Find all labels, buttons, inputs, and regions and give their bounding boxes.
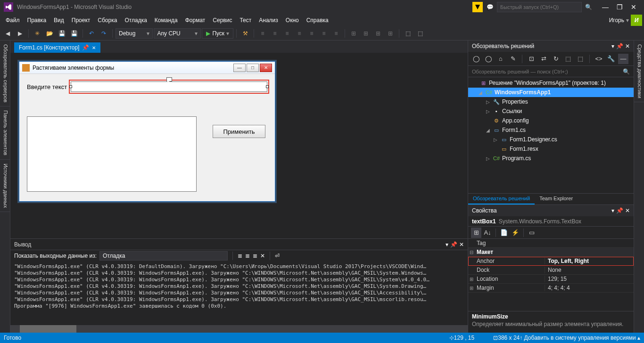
menu-debug[interactable]: Отладка <box>121 15 150 25</box>
dropdown-icon[interactable]: ▾ <box>611 207 614 214</box>
maximize-button[interactable]: ❐ <box>613 2 626 12</box>
user-name[interactable]: Игорь <box>609 17 624 24</box>
properties-grid[interactable]: Tag ⊟Макет AnchorTop, Left, Right DockNo… <box>468 239 634 311</box>
menu-team[interactable]: Команда <box>151 15 182 25</box>
dropdown-icon[interactable]: ▾ <box>446 241 448 248</box>
menu-format[interactable]: Формат <box>182 15 209 25</box>
platform-combo[interactable]: Any CPU▾ <box>154 28 201 39</box>
tree-solution[interactable]: ⊞Решение "WindowsFormsApp1" (проектов: 1… <box>468 78 634 88</box>
search-icon[interactable]: 🔍 <box>623 68 630 75</box>
tree-form1[interactable]: ◢▭Form1.cs <box>468 125 634 135</box>
toggle-icon[interactable]: ≣ <box>245 253 250 259</box>
home-icon[interactable]: ⌂ <box>495 54 506 64</box>
save-icon[interactable]: 💾 <box>56 28 67 39</box>
alpha-icon[interactable]: A↓ <box>482 228 493 238</box>
tab-form1-designer[interactable]: Form1.cs [Конструктор] 📌 ✕ <box>14 42 100 53</box>
tool-icon[interactable]: ⚒ <box>239 28 251 39</box>
resize-handle[interactable] <box>69 85 72 88</box>
close-icon[interactable]: ✕ <box>92 45 96 50</box>
close-icon[interactable]: ✕ <box>625 43 630 49</box>
collapse-icon[interactable]: ⇄ <box>538 54 549 64</box>
new-project-icon[interactable]: ✳ <box>32 28 43 39</box>
tree-program[interactable]: ▷C#Program.cs <box>468 154 634 163</box>
wrap-icon[interactable]: ⏎ <box>275 253 280 259</box>
output-text[interactable]: "WindowsFormsApp1.exe" (CLR v4.0.30319: … <box>10 261 468 325</box>
fwd-icon[interactable]: ◯ <box>483 54 494 64</box>
user-avatar[interactable]: И <box>631 15 642 26</box>
clear-icon[interactable]: ≣ <box>238 253 242 259</box>
clear-all-icon[interactable]: ✕ <box>260 253 265 259</box>
events-icon[interactable]: ⚡ <box>510 228 520 238</box>
nav-back-icon[interactable]: ◀ <box>2 28 13 39</box>
save-all-icon[interactable]: 💾 <box>68 28 80 39</box>
tree-properties[interactable]: ▷🔧Properties <box>468 97 634 106</box>
order-icon[interactable]: ⬚ <box>402 28 413 39</box>
undo-icon[interactable]: ↶ <box>86 28 97 39</box>
prop-row-dock[interactable]: DockNone <box>468 266 634 275</box>
tree-project[interactable]: ◢C#WindowsFormsApp1 <box>468 88 634 97</box>
winform-preview[interactable]: Растягиваем элементы формы — □ ✕ Введите… <box>19 61 275 202</box>
tab-toolbox[interactable]: Панель элементов <box>0 106 10 160</box>
prop-row-tag[interactable]: Tag <box>468 239 634 248</box>
categorized-icon[interactable]: ⊞ <box>471 228 481 238</box>
pin-icon[interactable]: 📌 <box>616 43 623 49</box>
code-icon[interactable]: <> <box>594 54 604 64</box>
tree-resx[interactable]: ▭Form1.resx <box>468 144 634 154</box>
order-icon[interactable]: ⬚ <box>414 28 426 39</box>
pin-icon[interactable]: 📌 <box>82 44 89 51</box>
redo-icon[interactable]: ↷ <box>98 28 109 39</box>
tree-designer[interactable]: ▷▭Form1.Designer.cs <box>468 135 634 144</box>
menu-help[interactable]: Справка <box>303 15 332 25</box>
config-combo[interactable]: Debug▾ <box>116 28 153 39</box>
menu-project[interactable]: Проект <box>68 15 94 25</box>
textbox1[interactable]: ▸ <box>71 82 267 92</box>
sync-icon[interactable]: ✎ <box>508 54 518 64</box>
props-icon[interactable]: 📄 <box>499 228 509 238</box>
apply-button[interactable]: Применить <box>213 125 265 138</box>
prop-row-anchor[interactable]: AnchorTop, Left, Right <box>468 257 634 266</box>
prop-category-layout[interactable]: ⊟Макет <box>468 248 634 257</box>
se-search-input[interactable] <box>472 69 623 74</box>
designer-surface[interactable]: Растягиваем элементы формы — □ ✕ Введите… <box>10 53 468 238</box>
tab-solution-explorer[interactable]: Обозреватель решений <box>468 194 535 204</box>
dropdown-icon[interactable]: ▾ <box>611 43 614 49</box>
textarea[interactable] <box>27 116 197 192</box>
tab-server-explorer[interactable]: Обозреватель серверов <box>0 41 10 106</box>
close-icon[interactable]: ✕ <box>625 207 630 214</box>
resize-handle[interactable] <box>266 85 269 88</box>
h-scrollbar[interactable] <box>10 325 468 333</box>
run-button[interactable]: ▶Пуск▾ <box>202 28 233 39</box>
solution-tree[interactable]: ⊞Решение "WindowsFormsApp1" (проектов: 1… <box>468 77 634 193</box>
close-button[interactable]: ✕ <box>627 2 640 12</box>
prop-pages-icon[interactable]: ▭ <box>527 228 537 238</box>
move-handle[interactable]: ▸ <box>166 77 172 82</box>
show-all-icon[interactable]: ⬚ <box>563 54 573 64</box>
menu-window[interactable]: Окно <box>282 15 303 25</box>
tree-appconfig[interactable]: ⚙App.config <box>468 116 634 125</box>
refresh-icon[interactable]: ↻ <box>551 54 561 64</box>
menu-analyze[interactable]: Анализ <box>255 15 282 25</box>
minimize-button[interactable]: — <box>599 2 612 12</box>
menu-view[interactable]: Вид <box>50 15 68 25</box>
pin-icon[interactable]: 📌 <box>450 241 457 248</box>
nav-fwd-icon[interactable]: ▶ <box>14 28 25 39</box>
menu-test[interactable]: Тест <box>236 15 255 25</box>
designer-icon[interactable]: — <box>618 54 628 64</box>
scope-icon[interactable]: ⊡ <box>526 54 537 64</box>
prop-row-margin[interactable]: ⊞Margin4; 4; 4; 4 <box>468 284 634 293</box>
se-search[interactable]: 🔍 <box>468 66 634 77</box>
toggle-icon[interactable]: ≣ <box>253 253 257 259</box>
tree-references[interactable]: ▷▪Ссылки <box>468 106 634 116</box>
menu-file[interactable]: Файл <box>2 15 24 25</box>
back-icon[interactable]: ◯ <box>471 54 481 64</box>
menu-tools[interactable]: Сервис <box>209 15 236 25</box>
tab-data-sources[interactable]: Источники данных <box>0 160 10 212</box>
menu-edit[interactable]: Правка <box>24 15 50 25</box>
feedback-icon[interactable]: 💬 <box>485 2 495 12</box>
menu-build[interactable]: Сборка <box>94 15 121 25</box>
tab-team-explorer[interactable]: Team Explorer <box>535 194 578 204</box>
quick-launch-input[interactable] <box>497 2 582 12</box>
search-icon[interactable]: 🔍 <box>584 4 593 10</box>
pin-icon[interactable]: 📌 <box>616 207 623 214</box>
wrench-icon[interactable]: 🔧 <box>606 54 616 64</box>
